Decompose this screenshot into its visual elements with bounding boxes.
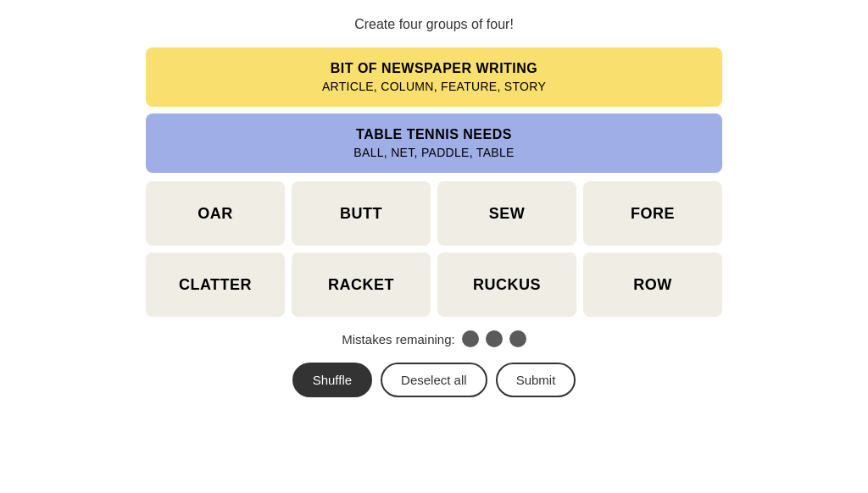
mistakes-area: Mistakes remaining: — [342, 330, 526, 347]
solved-groups: BIT OF NEWSPAPER WRITING ARTICLE, COLUMN… — [146, 47, 722, 173]
tile-fore[interactable]: FORE — [583, 181, 722, 246]
blue-group-title: TABLE TENNIS NEEDS — [163, 127, 705, 142]
shuffle-button[interactable]: Shuffle — [292, 363, 372, 397]
tile-row[interactable]: ROW — [583, 252, 722, 317]
yellow-group-title: BIT OF NEWSPAPER WRITING — [163, 61, 705, 76]
word-grid: OARBUTTSEWFORECLATTERRACKETRUCKUSROW — [146, 181, 722, 317]
blue-group-words: BALL, NET, PADDLE, TABLE — [163, 146, 705, 159]
tile-ruckus[interactable]: RUCKUS — [437, 252, 576, 317]
tile-racket[interactable]: RACKET — [292, 252, 431, 317]
solved-group-blue: TABLE TENNIS NEEDS BALL, NET, PADDLE, TA… — [146, 114, 722, 173]
mistake-dot-2 — [486, 330, 503, 347]
tile-butt[interactable]: BUTT — [292, 181, 431, 246]
buttons-area: Shuffle Deselect all Submit — [292, 363, 576, 397]
submit-button[interactable]: Submit — [496, 363, 576, 397]
tile-oar[interactable]: OAR — [146, 181, 285, 246]
mistake-dot-3 — [509, 330, 526, 347]
mistake-dot-1 — [462, 330, 479, 347]
solved-group-yellow: BIT OF NEWSPAPER WRITING ARTICLE, COLUMN… — [146, 47, 722, 107]
game-container: Create four groups of four! BIT OF NEWSP… — [146, 17, 722, 397]
mistakes-label: Mistakes remaining: — [342, 332, 454, 346]
deselect-all-button[interactable]: Deselect all — [381, 363, 487, 397]
yellow-group-words: ARTICLE, COLUMN, FEATURE, STORY — [163, 80, 705, 93]
instructions-text: Create four groups of four! — [354, 17, 514, 32]
tile-sew[interactable]: SEW — [437, 181, 576, 246]
tile-clatter[interactable]: CLATTER — [146, 252, 285, 317]
